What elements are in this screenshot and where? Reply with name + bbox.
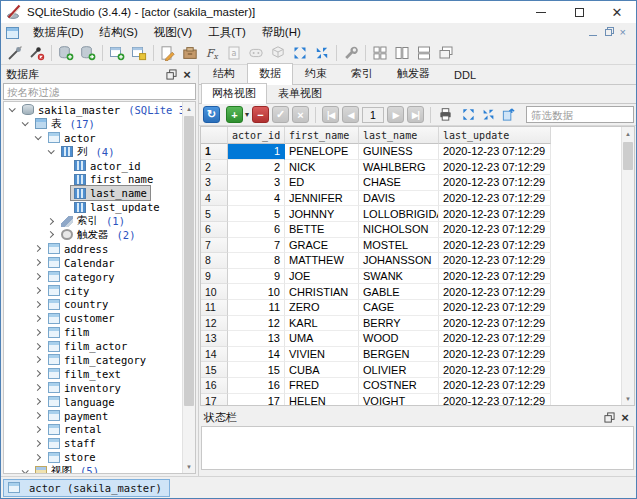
collapse-arrow-icon[interactable] xyxy=(48,147,55,154)
cell-last_update[interactable]: 2020-12-23 07:12:29 xyxy=(439,144,551,160)
tree-item-customer[interactable]: customer xyxy=(4,311,182,325)
cell-last_name[interactable]: BERRY xyxy=(359,316,439,332)
cell-last_update[interactable]: 2020-12-23 07:12:29 xyxy=(439,284,551,300)
cell-first_name[interactable]: CHRISTIAN xyxy=(285,284,359,300)
tree-item-film_text[interactable]: film_text xyxy=(4,367,182,381)
panel-float-button[interactable] xyxy=(601,410,617,424)
row-number[interactable]: 13 xyxy=(201,331,228,347)
collapse-arrow-icon[interactable] xyxy=(22,467,29,473)
tree-item-first_name[interactable]: first_name xyxy=(4,172,182,186)
cell-last_name[interactable]: NICHOLSON xyxy=(359,222,439,238)
cell-last_name[interactable]: GABLE xyxy=(359,284,439,300)
row-number[interactable]: 17 xyxy=(201,394,228,406)
column-header-last_update[interactable]: last_update xyxy=(439,127,551,144)
cell-last_name[interactable]: GUINESS xyxy=(359,144,439,160)
tab-3[interactable]: 索引 xyxy=(339,63,385,84)
cell-last_update[interactable]: 2020-12-23 07:12:29 xyxy=(439,191,551,207)
cell-actor_id[interactable]: 11 xyxy=(228,300,285,316)
shrink-columns-button[interactable] xyxy=(460,106,477,123)
cell-last_name[interactable]: BERGEN xyxy=(359,347,439,363)
row-number[interactable]: 10 xyxy=(201,284,228,300)
row-number[interactable]: 3 xyxy=(201,175,228,191)
window-maximize-button[interactable] xyxy=(560,1,598,23)
cell-first_name[interactable]: KARL xyxy=(285,316,359,332)
subtab-1[interactable]: 表单视图 xyxy=(267,83,333,103)
cell-last_name[interactable]: JOHANSSON xyxy=(359,253,439,269)
mdi-close-button[interactable]: × xyxy=(620,27,626,38)
panel-float-button[interactable] xyxy=(163,67,179,81)
cell-last_update[interactable]: 2020-12-23 07:12:29 xyxy=(439,222,551,238)
row-number[interactable]: 1 xyxy=(201,144,228,160)
tree-item-film[interactable]: film xyxy=(4,325,182,339)
collapse-arrow-icon[interactable] xyxy=(9,106,16,113)
tab-0[interactable]: 结构 xyxy=(201,63,247,84)
tile-windows-horizontally-button[interactable] xyxy=(413,43,435,64)
first-page-button[interactable]: |◀ xyxy=(322,106,339,123)
row-number[interactable]: 8 xyxy=(201,253,228,269)
collations-editor-button[interactable]: a xyxy=(223,43,245,64)
page-number-input[interactable] xyxy=(362,107,384,123)
menu-item-3[interactable]: 工具(T) xyxy=(200,24,254,40)
cell-first_name[interactable]: FRED xyxy=(285,378,359,394)
cell-last_update[interactable]: 2020-12-23 07:12:29 xyxy=(439,206,551,222)
last-page-button[interactable]: ▶| xyxy=(407,106,424,123)
tree-item-列[interactable]: 列(4) xyxy=(4,145,182,159)
expand-arrow-icon[interactable] xyxy=(34,329,41,336)
tree-item-city[interactable]: city xyxy=(4,284,182,298)
expand-arrow-icon[interactable] xyxy=(34,412,41,419)
tree-item-视图[interactable]: 视图(5) xyxy=(4,464,182,473)
cell-last_name[interactable]: CAGE xyxy=(359,300,439,316)
cell-last_update[interactable]: 2020-12-23 07:12:29 xyxy=(439,378,551,394)
tree-item-film_category[interactable]: film_category xyxy=(4,353,182,367)
cell-actor_id[interactable]: 7 xyxy=(228,238,285,254)
expand-arrow-icon[interactable] xyxy=(34,245,41,252)
row-number[interactable]: 5 xyxy=(201,206,228,222)
tree-item-language[interactable]: language xyxy=(4,395,182,409)
cell-last_update[interactable]: 2020-12-23 07:12:29 xyxy=(439,175,551,191)
cell-last_name[interactable]: OLIVIER xyxy=(359,362,439,378)
add-database-button[interactable] xyxy=(55,43,77,64)
expand-arrow-icon[interactable] xyxy=(34,426,41,433)
cell-actor_id[interactable]: 6 xyxy=(228,222,285,238)
tree-item-Calendar[interactable]: Calendar xyxy=(4,256,182,270)
cell-last_update[interactable]: 2020-12-23 07:12:29 xyxy=(439,160,551,176)
functions-editor-button[interactable]: Fx xyxy=(201,43,223,64)
cell-actor_id[interactable]: 9 xyxy=(228,269,285,285)
plugins-button[interactable] xyxy=(267,43,289,64)
rollback-button[interactable]: × xyxy=(292,106,309,123)
cell-first_name[interactable]: JOHNNY xyxy=(285,206,359,222)
scroll-down-icon[interactable]: ▼ xyxy=(183,460,195,473)
cell-last_name[interactable]: MOSTEL xyxy=(359,238,439,254)
expand-arrow-icon[interactable] xyxy=(34,343,41,350)
cell-actor_id[interactable]: 10 xyxy=(228,284,285,300)
tab-5[interactable]: DDL xyxy=(442,66,488,84)
connect-db-button[interactable] xyxy=(4,43,26,64)
tab-2[interactable]: 约束 xyxy=(293,63,339,84)
cell-actor_id[interactable]: 12 xyxy=(228,316,285,332)
panel-close-button[interactable]: × xyxy=(179,67,195,81)
scrollbar-thumb[interactable] xyxy=(184,116,194,406)
cell-last_name[interactable]: WOOD xyxy=(359,331,439,347)
cell-actor_id[interactable]: 5 xyxy=(228,206,285,222)
mdi-restore-button[interactable] xyxy=(605,27,612,38)
cell-actor_id[interactable]: 2 xyxy=(228,160,285,176)
tree-item-actor[interactable]: actor xyxy=(4,131,182,145)
cell-last_name[interactable]: VOIGHT xyxy=(359,394,439,406)
expand-arrow-icon[interactable] xyxy=(34,454,41,461)
cell-last_name[interactable]: DAVIS xyxy=(359,191,439,207)
tab-1[interactable]: 数据 xyxy=(247,63,293,85)
subtab-0[interactable]: 网格视图 xyxy=(201,83,267,104)
cell-last_update[interactable]: 2020-12-23 07:12:29 xyxy=(439,238,551,254)
scroll-up-icon[interactable]: ▲ xyxy=(183,102,195,115)
tree-item-rental[interactable]: rental xyxy=(4,422,182,436)
tree-item-store[interactable]: store xyxy=(4,450,182,464)
scrollbar-thumb[interactable] xyxy=(623,142,633,170)
cell-actor_id[interactable]: 13 xyxy=(228,331,285,347)
collapse-arrow-icon[interactable] xyxy=(35,133,42,140)
expand-arrow-icon[interactable] xyxy=(47,231,54,238)
row-number[interactable]: 14 xyxy=(201,347,228,363)
expand-arrow-icon[interactable] xyxy=(34,315,41,322)
menu-item-1[interactable]: 结构(S) xyxy=(91,24,145,40)
tree-item-inventory[interactable]: inventory xyxy=(4,381,182,395)
menu-item-2[interactable]: 视图(V) xyxy=(146,24,200,40)
